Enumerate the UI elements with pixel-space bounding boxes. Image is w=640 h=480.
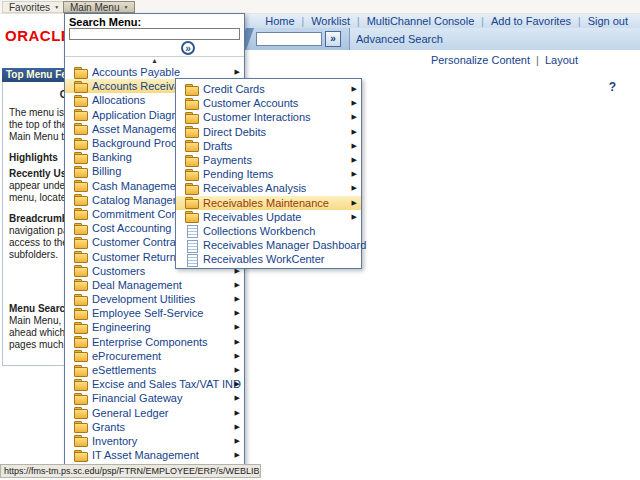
submenu-arrow-icon: ▶ xyxy=(352,213,357,221)
item-icon xyxy=(74,450,87,461)
item-icon xyxy=(185,126,198,137)
submenu-arrow-icon: ▶ xyxy=(235,338,240,346)
menu-item[interactable]: eSettlements ▶ xyxy=(65,363,244,377)
personalize-label: Personalize xyxy=(431,54,488,66)
item-icon xyxy=(74,180,87,191)
submenu-arrow-icon: ▶ xyxy=(235,309,240,317)
submenu-item[interactable]: Customer Interactions ▶ xyxy=(176,110,361,124)
page-header: Home Worklist MultiChannel Console Add t… xyxy=(230,14,640,50)
help-link[interactable]: ? xyxy=(609,80,616,94)
submenu-item[interactable]: Receivables Manager Dashboard ▶ xyxy=(176,238,361,252)
submenu-arrow-icon: ▶ xyxy=(235,281,240,289)
item-icon xyxy=(74,279,87,290)
advanced-search-link[interactable]: Advanced Search xyxy=(356,33,443,45)
favorites-label: Favorites xyxy=(9,2,50,13)
submenu-item-label: Drafts xyxy=(203,140,232,152)
submenu-item-label: Customer Interactions xyxy=(203,111,311,123)
header-link[interactable]: Sign out xyxy=(571,15,628,27)
header-search-input[interactable] xyxy=(256,32,322,46)
item-icon xyxy=(74,336,87,347)
submenu-arrow-icon: ▶ xyxy=(352,128,357,136)
submenu-item[interactable]: Pending Items ▶ xyxy=(176,167,361,181)
item-icon xyxy=(185,84,198,95)
scroll-up-icon[interactable]: ▲ xyxy=(65,57,244,65)
submenu-item[interactable]: Customer Accounts ▶ xyxy=(176,96,361,110)
submenu-arrow-icon: ▶ xyxy=(235,323,240,331)
submenu-arrow-icon: ▶ xyxy=(235,68,240,76)
menu-search-input[interactable] xyxy=(69,28,240,40)
menu-item-label: Grants xyxy=(92,421,125,433)
submenu-arrow-icon: ▶ xyxy=(235,409,240,417)
main-menu-label: Main Menu xyxy=(70,2,119,13)
item-icon xyxy=(74,294,87,305)
status-bar: https://fms-tm.ps.sc.edu/psp/FTRN/EMPLOY… xyxy=(0,464,261,478)
chevron-down-icon: ▼ xyxy=(123,4,128,10)
submenu-item-label: Credit Cards xyxy=(203,83,265,95)
item-icon xyxy=(74,95,87,106)
submenu-item-label: Customer Accounts xyxy=(203,97,298,109)
item-icon xyxy=(74,251,87,262)
submenu-item-label: Direct Debits xyxy=(203,126,266,138)
submenu-item[interactable]: Receivables WorkCenter ▶ xyxy=(176,252,361,266)
item-icon xyxy=(74,308,87,319)
menu-item[interactable]: Excise and Sales Tax/VAT IND ▶ xyxy=(65,377,244,391)
submenu-item[interactable]: Direct Debits ▶ xyxy=(176,125,361,139)
submenu-item[interactable]: Receivables Update ▶ xyxy=(176,210,361,224)
submenu-item[interactable]: Drafts ▶ xyxy=(176,139,361,153)
item-icon xyxy=(74,237,87,248)
header-link[interactable]: Home xyxy=(265,15,294,27)
menu-item[interactable]: General Ledger ▶ xyxy=(65,406,244,420)
submenu-arrow-icon: ▶ xyxy=(235,423,240,431)
submenu-arrow-icon: ▶ xyxy=(352,99,357,107)
menu-item[interactable]: Development Utilities ▶ xyxy=(65,292,244,306)
submenu-item-label: Receivables WorkCenter xyxy=(203,253,324,265)
header-search-go-button[interactable]: » xyxy=(325,31,341,47)
advanced-search-zone: Advanced Search xyxy=(350,28,640,50)
item-icon xyxy=(74,194,87,205)
header-link[interactable]: Add to Favorites xyxy=(474,15,571,27)
menu-item-label: eProcurement xyxy=(92,350,161,362)
header-link[interactable]: Worklist xyxy=(295,15,351,27)
search-menu-label: Search Menu: xyxy=(65,14,244,28)
personalize-content-link[interactable]: Content xyxy=(491,54,530,66)
menu-item-label: Development Utilities xyxy=(92,293,195,305)
item-icon xyxy=(74,350,87,361)
main-menu-button[interactable]: Main Menu ▼ xyxy=(63,1,135,13)
menu-item-label: Customer Returns xyxy=(92,251,181,263)
item-icon xyxy=(74,109,87,120)
menu-item[interactable]: Enterprise Components ▶ xyxy=(65,335,244,349)
menu-search-go-button[interactable]: » xyxy=(181,41,195,55)
submenu-item[interactable]: Collections Workbench ▶ xyxy=(176,224,361,238)
item-icon xyxy=(185,183,198,194)
item-icon xyxy=(74,138,87,149)
menu-item-label: Engineering xyxy=(92,321,151,333)
header-search-bar: » Advanced Search xyxy=(230,28,640,50)
header-link[interactable]: MultiChannel Console xyxy=(350,15,474,27)
submenu-item[interactable]: Receivables Analysis ▶ xyxy=(176,181,361,195)
menu-item[interactable]: eProcurement ▶ xyxy=(65,349,244,363)
menu-item-label: Cost Accounting xyxy=(92,222,172,234)
menu-item-label: Employee Self-Service xyxy=(92,307,203,319)
menu-item[interactable]: Deal Management ▶ xyxy=(65,278,244,292)
item-icon xyxy=(74,208,87,219)
menu-item[interactable]: Employee Self-Service ▶ xyxy=(65,306,244,320)
item-icon xyxy=(185,211,198,222)
menu-item-label: Cash Management xyxy=(92,180,185,192)
submenu-item-label: Receivables Update xyxy=(203,211,301,223)
menu-item[interactable]: Financial Gateway ▶ xyxy=(65,391,244,405)
personalize-layout-link[interactable]: Layout xyxy=(545,54,578,66)
item-icon xyxy=(74,421,87,432)
favorites-menu-button[interactable]: Favorites ▼ xyxy=(2,1,66,13)
oracle-logo-text: ORACLE xyxy=(5,27,71,44)
submenu-item[interactable]: Credit Cards ▶ xyxy=(176,82,361,96)
item-icon xyxy=(185,240,198,251)
submenu-item[interactable]: Receivables Maintenance ▶ xyxy=(176,196,361,210)
menu-item[interactable]: Inventory ▶ xyxy=(65,434,244,448)
submenu-arrow-icon: ▶ xyxy=(235,394,240,402)
menu-item[interactable]: Engineering ▶ xyxy=(65,320,244,334)
submenu-item-label: Collections Workbench xyxy=(203,225,315,237)
submenu-item[interactable]: Payments ▶ xyxy=(176,153,361,167)
item-icon xyxy=(74,67,87,78)
menu-item[interactable]: IT Asset Management ▶ xyxy=(65,448,244,462)
menu-item[interactable]: Grants ▶ xyxy=(65,420,244,434)
